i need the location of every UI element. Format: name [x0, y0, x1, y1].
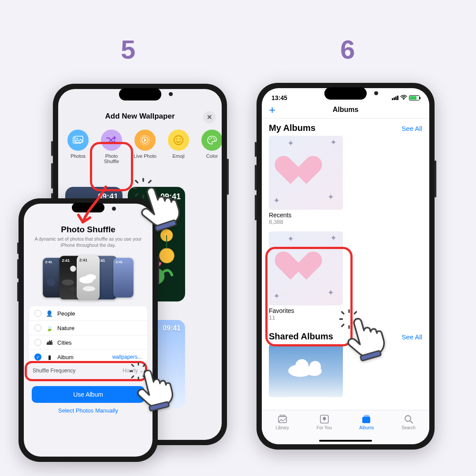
svg-rect-26	[280, 415, 285, 416]
shuffle-preview: 2:41 2:41 2:41 2:41 2:41	[24, 251, 152, 304]
cellular-icon	[392, 96, 398, 100]
tab-albums[interactable]: Albums	[359, 414, 374, 430]
svg-point-11	[214, 140, 216, 141]
battery-icon	[409, 95, 420, 100]
city-icon: 🏙	[46, 339, 53, 346]
option-nature[interactable]: 🍃 Nature	[29, 321, 147, 335]
svg-rect-29	[364, 416, 370, 417]
svg-point-8	[209, 139, 211, 140]
modal-title: Add New Wallpaper	[105, 112, 175, 121]
shared-album-thumbnail[interactable]	[269, 344, 343, 397]
tab-search[interactable]: Search	[402, 414, 416, 430]
see-all-link[interactable]: See All	[402, 333, 422, 341]
category-emoji[interactable]: Emoji	[166, 130, 191, 164]
svg-rect-25	[279, 416, 286, 423]
svg-point-10	[213, 138, 215, 139]
status-time: 13:45	[271, 94, 287, 101]
albums-icon	[361, 414, 372, 424]
tab-bar: Library For You Albums Search	[262, 410, 429, 444]
search-icon	[404, 414, 413, 424]
album-icon: ▮	[46, 354, 53, 361]
album-recents[interactable]: ✦ ✦ ✦ ✦ Recents 8,388	[269, 136, 422, 225]
radio-checked-icon: ✓	[34, 353, 41, 361]
nav-title: Albums	[333, 106, 359, 114]
category-photo-shuffle[interactable]: Photo Shuffle	[99, 130, 124, 164]
section-header-my-albums: My Albums See All	[262, 119, 429, 136]
shuffle-icon	[101, 130, 122, 151]
svg-point-23	[83, 286, 95, 291]
library-icon	[277, 414, 288, 424]
option-people[interactable]: 👤 People	[29, 306, 147, 321]
dynamic-island	[72, 203, 104, 212]
svg-point-18	[70, 266, 76, 272]
option-cities[interactable]: 🏙 Cities	[29, 335, 147, 350]
svg-point-24	[403, 98, 404, 99]
see-all-link[interactable]: See All	[402, 125, 422, 132]
phone-mockup-photo-shuffle: Photo Shuffle A dynamic set of photos th…	[19, 198, 158, 462]
sheet-subtitle: A dynamic set of photos that shuffle as …	[32, 236, 145, 248]
svg-rect-30	[364, 415, 369, 416]
svg-point-2	[77, 138, 78, 139]
select-photos-manually-link[interactable]: Select Photos Manually	[24, 407, 152, 414]
svg-point-9	[211, 138, 212, 139]
home-indicator[interactable]	[319, 440, 372, 442]
phone-mockup-albums: 13:45 + Albums My Albums See All ✦ ✦ ✦	[257, 83, 435, 450]
leaf-icon: 🍃	[46, 325, 53, 331]
close-button[interactable]: ✕	[203, 111, 216, 123]
step-number-6: 6	[340, 34, 355, 65]
wifi-icon	[400, 95, 407, 101]
album-favorites[interactable]: ✦ ✦ ✦ ✦ ♡ Favorites 11	[269, 231, 422, 321]
tab-for-you[interactable]: For You	[316, 414, 331, 430]
live-photo-icon	[134, 130, 156, 151]
annotation-tap-sparkle-icon	[339, 309, 359, 331]
category-photos[interactable]: Photos	[65, 130, 91, 164]
tab-library[interactable]: Library	[275, 414, 289, 430]
for-you-icon	[320, 414, 329, 424]
category-live-photo[interactable]: Live Photo	[132, 130, 158, 164]
annotation-tap-sparkle-icon	[133, 178, 153, 200]
album-thumbnail: ✦ ✦ ✦ ✦ ♡	[269, 231, 343, 305]
category-color[interactable]: Color	[199, 130, 222, 164]
emoji-icon	[168, 130, 189, 151]
use-album-button[interactable]: Use Album	[32, 386, 145, 403]
dynamic-island	[119, 88, 161, 100]
sheet-title: Photo Shuffle	[32, 225, 145, 234]
palette-icon	[201, 130, 222, 151]
add-button[interactable]: +	[269, 103, 275, 117]
radio-unchecked-icon	[34, 324, 41, 331]
svg-point-6	[176, 138, 178, 140]
category-row: Photos Photo Shuffle Live Photo Emoji Co…	[58, 123, 222, 166]
heart-badge-icon: ♡	[272, 296, 278, 303]
dynamic-island	[324, 87, 367, 100]
radio-unchecked-icon	[34, 339, 41, 346]
svg-point-19	[62, 279, 74, 286]
album-picker-link[interactable]: wallpapers...	[112, 354, 142, 360]
album-thumbnail: ✦ ✦ ✦ ✦	[269, 136, 343, 210]
step-number-5: 5	[121, 34, 135, 65]
nav-bar: + Albums	[262, 102, 429, 119]
svg-rect-28	[362, 417, 370, 423]
annotation-tap-sparkle-icon	[130, 362, 147, 382]
svg-point-22	[86, 274, 96, 280]
radio-unchecked-icon	[34, 310, 41, 317]
person-icon: 👤	[46, 310, 53, 317]
svg-point-7	[179, 138, 181, 140]
photos-icon	[67, 130, 89, 151]
svg-point-5	[174, 136, 183, 145]
shuffle-source-list: 👤 People 🍃 Nature 🏙 Cities ✓ ▮ Album wal…	[29, 306, 147, 364]
